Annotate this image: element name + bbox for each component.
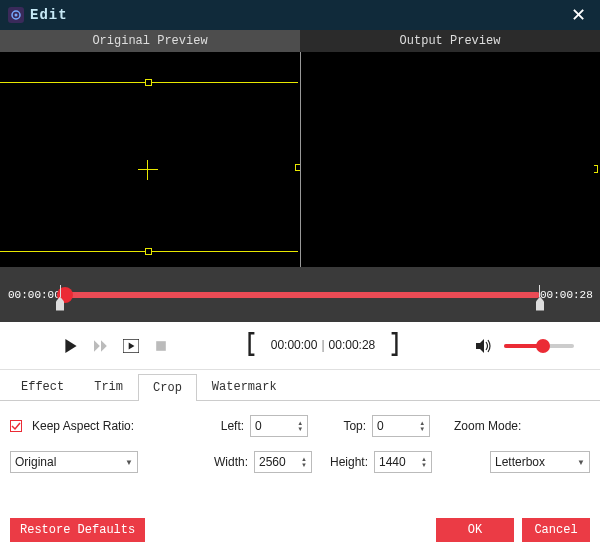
output-preview-label: Output Preview	[300, 30, 600, 52]
crop-center-icon[interactable]	[138, 160, 158, 180]
left-label: Left:	[194, 419, 244, 433]
top-input[interactable]: 0 ▲▼	[372, 415, 430, 437]
tab-effect[interactable]: Effect	[6, 373, 79, 400]
output-edge-indicator	[594, 165, 598, 173]
height-input[interactable]: 1440 ▲▼	[374, 451, 432, 473]
preview-area	[0, 52, 600, 267]
total-time: 00:00:28	[329, 338, 376, 352]
width-input[interactable]: 2560 ▲▼	[254, 451, 312, 473]
tab-bar: Effect Trim Crop Watermark	[0, 370, 600, 400]
width-label: Width:	[198, 455, 248, 469]
titlebar: Edit ✕	[0, 0, 600, 30]
stop-button[interactable]	[150, 335, 172, 357]
volume-icon[interactable]	[474, 335, 496, 357]
timeline: 00:00:00 00:00:28	[0, 267, 600, 322]
svg-marker-4	[101, 340, 107, 352]
svg-marker-2	[65, 339, 76, 353]
spinner-icon[interactable]: ▲▼	[301, 456, 307, 468]
svg-marker-3	[94, 340, 100, 352]
top-label: Top:	[332, 419, 366, 433]
crop-handle-bottom[interactable]	[145, 248, 152, 255]
playback-controls: 00:00:00|00:00:28	[0, 322, 600, 370]
set-in-point-button[interactable]	[241, 332, 263, 360]
app-logo	[8, 7, 24, 23]
current-time: 00:00:00	[271, 338, 318, 352]
step-frame-button[interactable]	[120, 335, 142, 357]
spinner-icon[interactable]: ▲▼	[419, 420, 425, 432]
aspect-ratio-select[interactable]: Original ▼	[10, 451, 138, 473]
timeline-end-time: 00:00:28	[540, 289, 592, 301]
svg-point-1	[15, 14, 18, 17]
preview-labels: Original Preview Output Preview	[0, 30, 600, 52]
original-preview-label: Original Preview	[0, 30, 300, 52]
fast-forward-button[interactable]	[90, 335, 112, 357]
height-label: Height:	[318, 455, 368, 469]
set-out-point-button[interactable]	[383, 332, 405, 360]
cancel-button[interactable]: Cancel	[522, 518, 590, 542]
footer: Restore Defaults OK Cancel	[0, 518, 600, 542]
tab-trim[interactable]: Trim	[79, 373, 138, 400]
svg-rect-7	[156, 341, 166, 351]
tab-crop[interactable]: Crop	[138, 374, 197, 401]
ok-button[interactable]: OK	[436, 518, 514, 542]
original-preview-pane[interactable]	[0, 52, 301, 267]
keep-aspect-checkbox[interactable]	[10, 420, 22, 432]
volume-slider[interactable]	[504, 344, 574, 348]
volume-knob[interactable]	[536, 339, 550, 353]
crop-handle-top[interactable]	[145, 79, 152, 86]
crop-form: Keep Aspect Ratio: Left: 0 ▲▼ Top: 0 ▲▼ …	[0, 401, 600, 493]
left-input[interactable]: 0 ▲▼	[250, 415, 308, 437]
restore-defaults-button[interactable]: Restore Defaults	[10, 518, 145, 542]
play-button[interactable]	[60, 335, 82, 357]
chevron-down-icon: ▼	[577, 458, 585, 467]
window-title: Edit	[30, 7, 68, 23]
spinner-icon[interactable]: ▲▼	[297, 420, 303, 432]
timeline-track[interactable]	[60, 275, 540, 315]
zoom-mode-select[interactable]: Letterbox ▼	[490, 451, 590, 473]
output-preview-pane	[301, 52, 601, 267]
svg-marker-8	[476, 339, 484, 353]
playback-time-display: 00:00:00|00:00:28	[271, 338, 376, 353]
timeline-start-time: 00:00:00	[8, 289, 60, 301]
zoom-mode-label: Zoom Mode:	[454, 419, 534, 433]
keep-aspect-label: Keep Aspect Ratio:	[32, 419, 134, 433]
tab-watermark[interactable]: Watermark	[197, 373, 292, 400]
spinner-icon[interactable]: ▲▼	[421, 456, 427, 468]
chevron-down-icon: ▼	[125, 458, 133, 467]
svg-marker-6	[129, 342, 135, 349]
close-icon[interactable]: ✕	[565, 4, 592, 26]
